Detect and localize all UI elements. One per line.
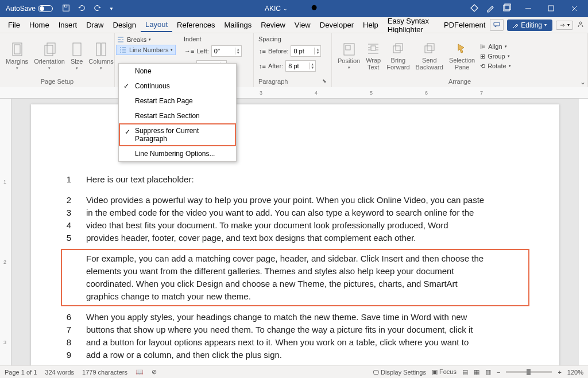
align-button[interactable]: ⊫Align▾ bbox=[479, 42, 511, 51]
wrap-text-button[interactable]: Wrap Text bbox=[365, 41, 382, 72]
qat-dropdown-icon[interactable]: ▼ bbox=[109, 6, 114, 11]
status-words[interactable]: 324 words bbox=[45, 369, 74, 376]
autosave-toggle[interactable]: AutoSave bbox=[2, 5, 56, 13]
svg-point-7 bbox=[579, 22, 582, 24]
tab-pdf[interactable]: PDFelement bbox=[439, 18, 490, 32]
minimize-button[interactable] bbox=[517, 0, 540, 17]
read-mode-icon[interactable]: ▤ bbox=[462, 368, 468, 376]
menu-item-options[interactable]: Line Numbering Options... bbox=[119, 146, 236, 161]
tab-home[interactable]: Home bbox=[25, 18, 54, 32]
breaks-button[interactable]: Breaks▾ bbox=[116, 36, 176, 44]
group-label-paragraph: Paragraph bbox=[258, 78, 288, 85]
status-proofing-icon[interactable]: 📖 bbox=[136, 368, 144, 376]
spacing-before-input[interactable]: ▲▼ bbox=[291, 45, 321, 57]
group-label-arrange: Arrange bbox=[336, 77, 583, 85]
tab-view[interactable]: View bbox=[290, 18, 315, 32]
svg-rect-11 bbox=[47, 43, 55, 53]
indent-left-input[interactable]: ▲▼ bbox=[211, 45, 242, 57]
body-text[interactable]: buttons that show up where you need them… bbox=[86, 324, 525, 336]
svg-rect-20 bbox=[427, 44, 434, 50]
body-text[interactable]: in the embed code for the video you want… bbox=[86, 206, 525, 219]
zoom-in-button[interactable]: + bbox=[558, 369, 561, 376]
tab-references[interactable]: References bbox=[172, 18, 219, 32]
svg-rect-16 bbox=[346, 45, 350, 50]
rotate-button[interactable]: ⟲Rotate▾ bbox=[479, 62, 511, 71]
bring-forward-button[interactable]: Bring Forward bbox=[385, 41, 411, 72]
pen-icon[interactable] bbox=[486, 3, 495, 14]
tab-file[interactable]: File bbox=[3, 18, 25, 32]
body-text[interactable]: video that best fits your document. To m… bbox=[86, 219, 525, 232]
size-button[interactable]: Size▾ bbox=[69, 41, 84, 72]
vertical-ruler[interactable]: 123 bbox=[0, 99, 11, 374]
comments-button[interactable] bbox=[490, 19, 504, 31]
document-area[interactable]: 1Here is our text placeholder: 2Video pr… bbox=[11, 99, 579, 365]
redo-icon[interactable] bbox=[93, 4, 102, 14]
selection-pane-button[interactable]: Selection Pane bbox=[448, 41, 476, 72]
spacing-after-input[interactable]: ▲▼ bbox=[285, 60, 316, 72]
columns-button[interactable]: Columns▾ bbox=[87, 41, 114, 72]
group-button[interactable]: ⊞Group▾ bbox=[479, 52, 511, 61]
status-page[interactable]: Page 1 of 1 bbox=[5, 369, 37, 376]
close-button[interactable] bbox=[563, 0, 586, 17]
zoom-slider[interactable] bbox=[506, 371, 552, 373]
tab-help[interactable]: Help bbox=[358, 18, 383, 32]
maximize-button[interactable] bbox=[540, 0, 563, 17]
indent-left-icon: →≡ bbox=[184, 48, 194, 54]
title-bar: AutoSave ▼ AKIC ⌄ bbox=[0, 0, 588, 17]
toggle-off-icon bbox=[38, 5, 53, 12]
position-button[interactable]: Position▾ bbox=[336, 41, 361, 71]
body-text[interactable]: Here is our text placeholder: bbox=[86, 173, 525, 186]
undo-icon[interactable] bbox=[77, 4, 86, 14]
menu-item-restart-page[interactable]: Restart Each Page bbox=[119, 93, 236, 108]
check-icon: ✓ bbox=[125, 128, 130, 136]
status-chars[interactable]: 1779 characters bbox=[82, 369, 127, 376]
body-text[interactable]: add a row or a column, and then click th… bbox=[86, 349, 525, 361]
orientation-button[interactable]: Orientation▾ bbox=[33, 41, 66, 72]
status-accessibility-icon[interactable]: ⊘ bbox=[152, 368, 157, 376]
tab-draw[interactable]: Draw bbox=[82, 18, 108, 32]
indent-title: Indent bbox=[184, 36, 202, 42]
menu-item-restart-section[interactable]: Restart Each Section bbox=[119, 108, 236, 123]
tab-developer[interactable]: Developer bbox=[315, 18, 358, 32]
line-number: 5 bbox=[65, 232, 71, 244]
svg-rect-21 bbox=[425, 46, 432, 53]
group-label-page-setup: Page Setup bbox=[5, 77, 110, 85]
menu-item-none[interactable]: None bbox=[119, 64, 236, 79]
tab-layout[interactable]: Layout bbox=[141, 18, 172, 32]
save-icon[interactable] bbox=[62, 4, 70, 14]
focus-button[interactable]: ▣ Focus bbox=[432, 368, 457, 376]
diamond-icon[interactable] bbox=[470, 3, 479, 14]
editing-mode-button[interactable]: Editing▾ bbox=[507, 20, 552, 31]
highlighted-paragraph[interactable]: For example, you can add a matching cove… bbox=[61, 249, 529, 306]
tab-design[interactable]: Design bbox=[109, 18, 141, 32]
horizontal-ruler[interactable]: 1234567 bbox=[0, 87, 588, 99]
share-button[interactable]: ▾ bbox=[556, 21, 573, 30]
body-text[interactable]: When you apply styles, your headings cha… bbox=[86, 311, 525, 324]
body-text[interactable]: and a button for layout options appears … bbox=[86, 336, 525, 349]
tab-insert[interactable]: Insert bbox=[54, 18, 82, 32]
menu-item-continuous[interactable]: ✓Continuous bbox=[119, 79, 236, 93]
window-icon[interactable] bbox=[502, 3, 511, 14]
person-icon[interactable] bbox=[577, 20, 585, 30]
zoom-out-button[interactable]: − bbox=[497, 369, 500, 376]
web-layout-icon[interactable]: ▥ bbox=[485, 368, 491, 376]
tab-review[interactable]: Review bbox=[256, 18, 290, 32]
search-icon[interactable] bbox=[311, 4, 319, 14]
print-layout-icon[interactable]: ▦ bbox=[474, 368, 479, 376]
svg-point-2 bbox=[312, 5, 317, 10]
spacing-title: Spacing bbox=[258, 36, 281, 42]
send-backward-button[interactable]: Send Backward bbox=[415, 41, 444, 72]
body-text[interactable]: provides header, footer, cover page, and… bbox=[86, 232, 525, 244]
svg-rect-14 bbox=[102, 43, 106, 56]
margins-button[interactable]: Margins▾ bbox=[5, 41, 29, 72]
display-settings-button[interactable]: 🖵 Display Settings bbox=[373, 369, 426, 376]
paragraph-dialog-launcher[interactable]: ⬊ bbox=[320, 78, 327, 85]
body-text[interactable]: Video provides a powerful way to help yo… bbox=[86, 194, 525, 206]
tab-mailings[interactable]: Mailings bbox=[220, 18, 257, 32]
menu-item-suppress[interactable]: ✓Suppress for Current Paragraph bbox=[119, 123, 236, 146]
zoom-level[interactable]: 120% bbox=[567, 369, 583, 376]
collapse-ribbon-icon[interactable]: ⌄ bbox=[580, 78, 586, 86]
line-numbers-button[interactable]: Line Numbers▾ bbox=[116, 45, 176, 55]
document-title[interactable]: AKIC ⌄ bbox=[265, 5, 288, 13]
tab-esh[interactable]: Easy Syntax Highlighter bbox=[383, 14, 439, 36]
